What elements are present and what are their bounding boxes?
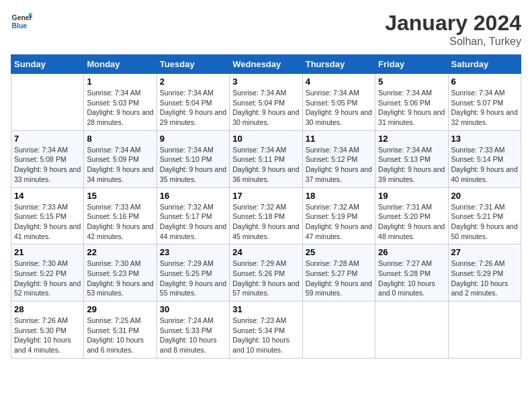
- day-info: Sunrise: 7:34 AMSunset: 5:09 PMDaylight:…: [87, 145, 153, 185]
- calendar-cell: 14Sunrise: 7:33 AMSunset: 5:15 PMDayligh…: [11, 187, 84, 244]
- day-number: 6: [451, 77, 518, 87]
- calendar-cell: [302, 302, 375, 359]
- calendar-cell: 30Sunrise: 7:24 AMSunset: 5:33 PMDayligh…: [157, 302, 229, 359]
- calendar-subtitle: Solhan, Turkey: [385, 36, 521, 48]
- day-info: Sunrise: 7:26 AMSunset: 5:29 PMDaylight:…: [451, 259, 518, 298]
- calendar-cell: 10Sunrise: 7:34 AMSunset: 5:11 PMDayligh…: [230, 130, 302, 187]
- day-number: 22: [87, 247, 153, 257]
- day-info: Sunrise: 7:34 AMSunset: 5:11 PMDaylight:…: [232, 145, 299, 185]
- day-info: Sunrise: 7:33 AMSunset: 5:16 PMDaylight:…: [87, 202, 153, 242]
- calendar-title: January 2024: [385, 11, 521, 36]
- day-number: 11: [306, 134, 372, 144]
- day-number: 17: [232, 191, 299, 201]
- calendar-week-row: 1Sunrise: 7:34 AMSunset: 5:03 PMDaylight…: [11, 74, 521, 131]
- day-info: Sunrise: 7:34 AMSunset: 5:13 PMDaylight:…: [378, 145, 445, 185]
- day-info: Sunrise: 7:26 AMSunset: 5:30 PMDaylight:…: [14, 316, 81, 355]
- calendar-cell: 7Sunrise: 7:34 AMSunset: 5:08 PMDaylight…: [11, 130, 84, 187]
- weekday-header-saturday: Saturday: [448, 55, 521, 74]
- logo: General Blue: [11, 11, 32, 32]
- calendar-cell: 26Sunrise: 7:27 AMSunset: 5:28 PMDayligh…: [375, 244, 448, 302]
- calendar-cell: 23Sunrise: 7:29 AMSunset: 5:25 PMDayligh…: [157, 244, 229, 302]
- calendar-cell: 19Sunrise: 7:31 AMSunset: 5:20 PMDayligh…: [375, 187, 448, 244]
- calendar-cell: 15Sunrise: 7:33 AMSunset: 5:16 PMDayligh…: [84, 187, 157, 244]
- day-number: 18: [306, 191, 372, 201]
- day-number: 9: [160, 134, 226, 144]
- day-number: 29: [87, 304, 153, 314]
- day-number: 19: [378, 191, 445, 201]
- weekday-header-friday: Friday: [375, 55, 448, 74]
- calendar-cell: 13Sunrise: 7:33 AMSunset: 5:14 PMDayligh…: [448, 130, 521, 187]
- calendar-week-row: 21Sunrise: 7:30 AMSunset: 5:22 PMDayligh…: [11, 244, 521, 302]
- calendar-week-row: 14Sunrise: 7:33 AMSunset: 5:15 PMDayligh…: [11, 187, 521, 244]
- calendar-cell: 29Sunrise: 7:25 AMSunset: 5:31 PMDayligh…: [84, 302, 157, 359]
- day-number: 23: [160, 247, 226, 257]
- day-info: Sunrise: 7:34 AMSunset: 5:07 PMDaylight:…: [451, 88, 518, 128]
- calendar-cell: 25Sunrise: 7:28 AMSunset: 5:27 PMDayligh…: [302, 244, 375, 302]
- day-number: 25: [306, 247, 372, 257]
- day-info: Sunrise: 7:34 AMSunset: 5:03 PMDaylight:…: [87, 88, 153, 128]
- day-info: Sunrise: 7:23 AMSunset: 5:34 PMDaylight:…: [232, 316, 299, 355]
- weekday-header-thursday: Thursday: [302, 55, 375, 74]
- weekday-header-sunday: Sunday: [11, 55, 84, 74]
- day-number: 3: [232, 77, 299, 87]
- day-number: 24: [232, 247, 299, 257]
- calendar-cell: 16Sunrise: 7:32 AMSunset: 5:17 PMDayligh…: [157, 187, 229, 244]
- calendar-cell: 20Sunrise: 7:31 AMSunset: 5:21 PMDayligh…: [448, 187, 521, 244]
- calendar-cell: 9Sunrise: 7:34 AMSunset: 5:10 PMDaylight…: [157, 130, 229, 187]
- day-info: Sunrise: 7:32 AMSunset: 5:18 PMDaylight:…: [232, 202, 299, 242]
- calendar-week-row: 7Sunrise: 7:34 AMSunset: 5:08 PMDaylight…: [11, 130, 521, 187]
- day-info: Sunrise: 7:34 AMSunset: 5:10 PMDaylight:…: [160, 145, 226, 185]
- svg-text:Blue: Blue: [12, 22, 28, 30]
- day-info: Sunrise: 7:34 AMSunset: 5:05 PMDaylight:…: [306, 88, 372, 128]
- day-info: Sunrise: 7:34 AMSunset: 5:06 PMDaylight:…: [378, 88, 445, 128]
- day-info: Sunrise: 7:32 AMSunset: 5:17 PMDaylight:…: [160, 202, 226, 242]
- calendar-cell: 8Sunrise: 7:34 AMSunset: 5:09 PMDaylight…: [84, 130, 157, 187]
- day-number: 28: [14, 304, 81, 314]
- weekday-header-tuesday: Tuesday: [157, 55, 229, 74]
- calendar-cell: 3Sunrise: 7:34 AMSunset: 5:04 PMDaylight…: [230, 74, 302, 131]
- day-number: 15: [87, 191, 153, 201]
- calendar-cell: 31Sunrise: 7:23 AMSunset: 5:34 PMDayligh…: [230, 302, 302, 359]
- day-info: Sunrise: 7:27 AMSunset: 5:28 PMDaylight:…: [378, 259, 445, 298]
- day-number: 16: [160, 191, 226, 201]
- day-info: Sunrise: 7:34 AMSunset: 5:12 PMDaylight:…: [306, 145, 372, 185]
- day-info: Sunrise: 7:30 AMSunset: 5:22 PMDaylight:…: [14, 259, 81, 298]
- day-number: 31: [232, 304, 299, 314]
- calendar-cell: 21Sunrise: 7:30 AMSunset: 5:22 PMDayligh…: [11, 244, 84, 302]
- day-info: Sunrise: 7:31 AMSunset: 5:20 PMDaylight:…: [378, 202, 445, 242]
- calendar-cell: 5Sunrise: 7:34 AMSunset: 5:06 PMDaylight…: [375, 74, 448, 131]
- weekday-header-monday: Monday: [84, 55, 157, 74]
- day-info: Sunrise: 7:30 AMSunset: 5:23 PMDaylight:…: [87, 259, 153, 298]
- calendar-cell: 12Sunrise: 7:34 AMSunset: 5:13 PMDayligh…: [375, 130, 448, 187]
- weekday-header-wednesday: Wednesday: [230, 55, 302, 74]
- calendar-cell: 28Sunrise: 7:26 AMSunset: 5:30 PMDayligh…: [11, 302, 84, 359]
- day-info: Sunrise: 7:34 AMSunset: 5:08 PMDaylight:…: [14, 145, 81, 185]
- day-info: Sunrise: 7:34 AMSunset: 5:04 PMDaylight:…: [232, 88, 299, 128]
- calendar-cell: 4Sunrise: 7:34 AMSunset: 5:05 PMDaylight…: [302, 74, 375, 131]
- calendar-cell: [11, 74, 84, 131]
- day-number: 27: [451, 247, 518, 257]
- calendar-cell: 22Sunrise: 7:30 AMSunset: 5:23 PMDayligh…: [84, 244, 157, 302]
- day-info: Sunrise: 7:33 AMSunset: 5:15 PMDaylight:…: [14, 202, 81, 242]
- day-info: Sunrise: 7:32 AMSunset: 5:19 PMDaylight:…: [306, 202, 372, 242]
- day-number: 10: [232, 134, 299, 144]
- day-number: 30: [160, 304, 226, 314]
- day-number: 2: [160, 77, 226, 87]
- day-number: 26: [378, 247, 445, 257]
- day-number: 21: [14, 247, 81, 257]
- day-number: 12: [378, 134, 445, 144]
- day-info: Sunrise: 7:31 AMSunset: 5:21 PMDaylight:…: [451, 202, 518, 242]
- calendar-table: SundayMondayTuesdayWednesdayThursdayFrid…: [11, 54, 521, 359]
- calendar-cell: 1Sunrise: 7:34 AMSunset: 5:03 PMDaylight…: [84, 74, 157, 131]
- calendar-cell: 17Sunrise: 7:32 AMSunset: 5:18 PMDayligh…: [230, 187, 302, 244]
- day-number: 7: [14, 134, 81, 144]
- day-number: 5: [378, 77, 445, 87]
- generalblue-logo-icon: General Blue: [11, 11, 32, 32]
- day-number: 14: [14, 191, 81, 201]
- day-number: 20: [451, 191, 518, 201]
- day-number: 4: [306, 77, 372, 87]
- day-info: Sunrise: 7:34 AMSunset: 5:04 PMDaylight:…: [160, 88, 226, 128]
- calendar-cell: 24Sunrise: 7:29 AMSunset: 5:26 PMDayligh…: [230, 244, 302, 302]
- day-info: Sunrise: 7:29 AMSunset: 5:26 PMDaylight:…: [232, 259, 299, 298]
- day-info: Sunrise: 7:28 AMSunset: 5:27 PMDaylight:…: [306, 259, 372, 298]
